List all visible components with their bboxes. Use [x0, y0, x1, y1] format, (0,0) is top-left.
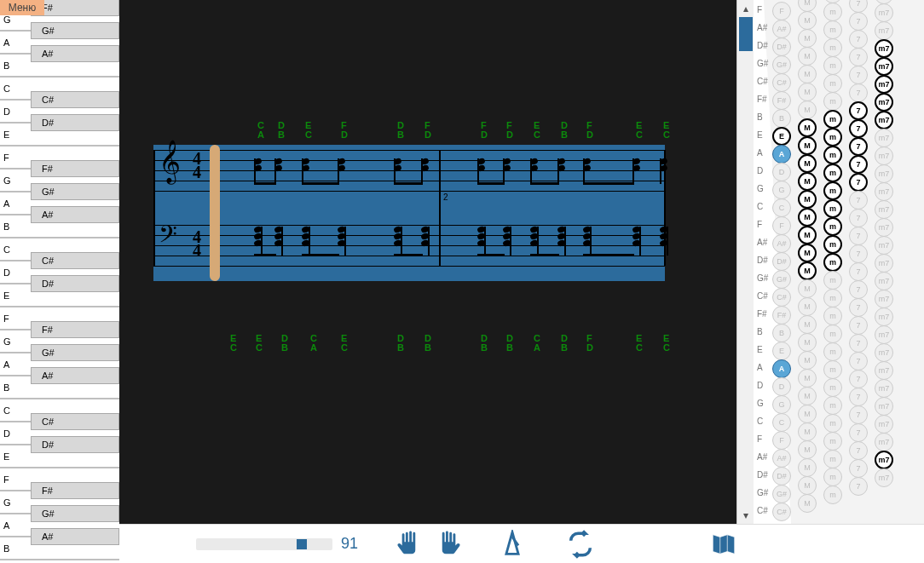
bass-button[interactable]: m7 — [875, 129, 893, 147]
bass-button[interactable]: D — [772, 163, 791, 181]
bass-button[interactable]: M — [798, 47, 817, 66]
bass-button[interactable]: m — [823, 325, 842, 343]
left-hand-icon[interactable] — [397, 530, 426, 559]
bass-button[interactable]: m — [823, 485, 842, 504]
bass-button[interactable]: m — [823, 396, 842, 415]
bass-button[interactable]: 7 — [849, 48, 868, 66]
bass-button[interactable]: M — [798, 422, 817, 441]
piano-black-key[interactable]: F# — [31, 160, 119, 177]
bass-button[interactable]: M — [798, 333, 817, 352]
bass-button[interactable]: M — [798, 226, 817, 244]
bass-button[interactable]: 7 — [849, 298, 868, 317]
bass-button[interactable]: G — [772, 395, 791, 414]
bass-button[interactable]: M — [798, 190, 817, 209]
piano-black-key[interactable]: A# — [31, 206, 119, 223]
scroll-up-icon[interactable]: ▴ — [737, 0, 754, 17]
bass-button[interactable]: m — [823, 271, 842, 290]
bass-button[interactable]: m7 — [875, 290, 893, 308]
bass-button[interactable]: m7 — [875, 111, 893, 129]
piano-black-key[interactable]: G# — [31, 183, 119, 200]
bass-button[interactable]: D# — [772, 252, 791, 271]
piano-black-key[interactable]: G# — [31, 505, 119, 522]
bass-button[interactable]: M — [798, 405, 817, 423]
bass-button[interactable]: 7 — [849, 370, 868, 388]
bass-button[interactable]: G — [772, 181, 791, 199]
bass-button[interactable]: m7 — [875, 3, 893, 22]
bass-button[interactable]: m7 — [875, 254, 893, 273]
bass-button[interactable]: G# — [772, 485, 791, 503]
bass-button[interactable]: M — [798, 494, 817, 513]
bass-button[interactable]: m — [823, 307, 842, 325]
bass-button[interactable]: D — [772, 377, 791, 396]
bass-button[interactable]: m — [823, 3, 842, 21]
loop-icon[interactable] — [566, 530, 595, 559]
bass-button[interactable]: M — [798, 297, 817, 316]
bass-button[interactable]: m — [823, 289, 842, 307]
bass-button[interactable]: m — [823, 253, 842, 272]
bass-button[interactable]: C# — [772, 73, 791, 92]
bass-button[interactable]: F# — [772, 91, 791, 110]
bass-button[interactable]: M — [798, 369, 817, 388]
bass-button[interactable]: m — [823, 450, 842, 468]
bass-button[interactable]: m7 — [875, 343, 893, 362]
bass-button[interactable]: M — [798, 208, 817, 227]
bass-button[interactable]: m7 — [875, 39, 893, 58]
bass-button[interactable]: M — [798, 261, 817, 280]
piano-black-key[interactable]: C# — [31, 413, 119, 430]
piano-black-key[interactable]: D# — [31, 114, 119, 131]
bass-button[interactable]: A# — [772, 20, 791, 38]
bass-button[interactable]: M — [798, 136, 817, 155]
bass-button[interactable]: G# — [772, 55, 791, 74]
bass-button[interactable]: A — [772, 145, 791, 164]
bass-button[interactable]: 7 — [849, 66, 868, 84]
bass-button[interactable]: 7 — [849, 83, 868, 102]
bass-button[interactable]: m7 — [875, 57, 893, 76]
bass-button[interactable]: 7 — [849, 334, 868, 353]
bass-button[interactable]: m — [823, 110, 842, 129]
right-hand-icon[interactable] — [431, 530, 460, 559]
bass-button[interactable]: C — [772, 198, 791, 217]
bass-button[interactable]: m7 — [875, 433, 893, 451]
bass-button[interactable]: M — [798, 351, 817, 370]
bass-button[interactable]: m — [823, 128, 842, 146]
bass-button[interactable]: 7 — [849, 388, 868, 406]
bass-button[interactable]: F — [772, 431, 791, 450]
bass-button[interactable]: m — [823, 378, 842, 397]
tempo-slider[interactable] — [196, 538, 332, 550]
bass-button[interactable]: M — [798, 65, 817, 83]
piano-keyboard[interactable]: FF#GG#AA#BCC#DD#EFF#GG#AA#BCC#DD#EFF#GG#… — [0, 0, 119, 563]
bass-button[interactable]: F# — [772, 306, 791, 325]
bass-button[interactable]: m7 — [875, 451, 893, 469]
bass-button[interactable]: 7 — [849, 119, 868, 138]
bass-button[interactable]: M — [798, 440, 817, 459]
bass-button[interactable]: m7 — [875, 468, 893, 487]
playhead[interactable] — [210, 145, 220, 281]
bass-button[interactable]: D# — [772, 467, 791, 485]
bass-button[interactable]: M — [798, 29, 817, 48]
bass-button[interactable]: M — [798, 154, 817, 173]
bass-button[interactable]: G# — [772, 270, 791, 289]
bass-button[interactable]: m — [823, 432, 842, 451]
bass-button[interactable]: m — [823, 360, 842, 379]
bass-button[interactable]: 7 — [849, 405, 868, 424]
bass-button[interactable]: M — [798, 83, 817, 101]
bass-button[interactable]: m — [823, 342, 842, 361]
bass-button[interactable]: M — [798, 279, 817, 298]
bass-button[interactable]: A# — [772, 449, 791, 468]
bass-button-board[interactable]: FA#D#G#C#F#BEADGCFA#D#G#C#F#BEADGCFA#D#G… — [754, 0, 924, 524]
bass-button[interactable]: A# — [772, 234, 791, 253]
bass-button[interactable]: F — [772, 2, 791, 20]
piano-black-key[interactable]: A# — [31, 45, 119, 62]
map-icon[interactable] — [709, 530, 738, 559]
bass-button[interactable]: M — [798, 458, 817, 477]
bass-button[interactable]: M — [798, 244, 817, 262]
bass-button[interactable]: m — [823, 414, 842, 433]
bass-button[interactable]: 7 — [849, 137, 868, 156]
bass-button[interactable]: m7 — [875, 164, 893, 183]
bass-button[interactable]: m7 — [875, 415, 893, 434]
bass-button[interactable]: 7 — [849, 477, 868, 496]
piano-black-key[interactable]: G# — [31, 344, 119, 361]
bass-button[interactable]: 7 — [849, 262, 868, 281]
bass-button[interactable]: B — [772, 109, 791, 128]
bass-button[interactable]: 7 — [849, 280, 868, 299]
